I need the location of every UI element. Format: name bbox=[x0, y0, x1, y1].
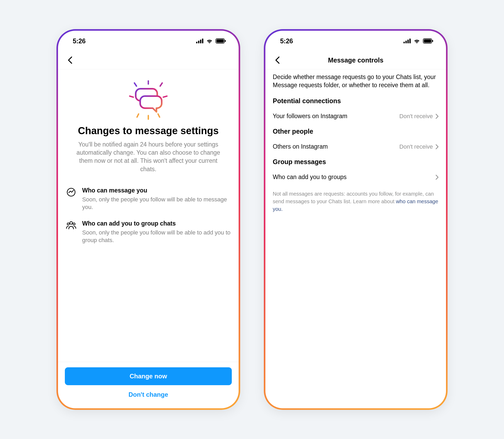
svg-line-10 bbox=[130, 96, 133, 97]
status-bar: 5:26 bbox=[265, 31, 446, 51]
status-bar: 5:26 bbox=[58, 31, 239, 51]
stage: 5:26 bbox=[46, 19, 458, 420]
page-title: Message controls bbox=[265, 56, 446, 64]
feature-title: Who can message you bbox=[82, 187, 231, 194]
cellular-icon bbox=[403, 39, 411, 43]
svg-point-18 bbox=[73, 223, 75, 225]
footer-note: Not all messages are requests: accounts … bbox=[273, 186, 439, 213]
setting-title: Your followers on Instagram bbox=[273, 113, 347, 120]
back-button[interactable] bbox=[272, 54, 283, 66]
setting-title: Who can add you to groups bbox=[273, 174, 346, 181]
svg-rect-3 bbox=[202, 39, 203, 43]
back-button[interactable] bbox=[64, 54, 76, 66]
phone-frame-1: 5:26 bbox=[56, 29, 240, 410]
status-bar-time: 5:26 bbox=[73, 37, 86, 45]
section-heading-groups: Group messages bbox=[273, 158, 439, 166]
wifi-icon bbox=[206, 38, 213, 44]
hero-description: You'll be notified again 24 hours before… bbox=[65, 140, 231, 173]
action-block: Change now Don't change bbox=[58, 362, 239, 408]
cellular-icon bbox=[196, 39, 203, 43]
hero-block: Changes to message settings You'll be no… bbox=[58, 69, 239, 173]
svg-rect-0 bbox=[196, 42, 197, 43]
messenger-icon bbox=[66, 187, 76, 211]
nav-bar: Message controls bbox=[265, 51, 446, 69]
svg-rect-1 bbox=[198, 41, 200, 43]
svg-line-14 bbox=[158, 114, 160, 117]
chevron-right-icon bbox=[435, 175, 439, 180]
battery-icon bbox=[216, 38, 226, 44]
svg-line-9 bbox=[160, 83, 162, 86]
setting-value: Don't receive bbox=[399, 143, 439, 150]
chevron-left-icon bbox=[275, 56, 280, 64]
svg-rect-25 bbox=[432, 40, 433, 42]
svg-rect-6 bbox=[225, 40, 226, 42]
setting-value bbox=[433, 175, 439, 180]
hero-title: Changes to message settings bbox=[65, 125, 231, 137]
intro-text: Decide whether message requests go to yo… bbox=[273, 73, 439, 89]
status-bar-time: 5:26 bbox=[280, 37, 293, 45]
phone-screen-2: 5:26 Message controls Decide whether mes… bbox=[265, 31, 446, 408]
setting-value: Don't receive bbox=[399, 113, 439, 120]
battery-icon bbox=[423, 38, 433, 44]
svg-line-7 bbox=[134, 83, 136, 86]
svg-line-11 bbox=[163, 96, 167, 97]
dont-change-button[interactable]: Don't change bbox=[65, 385, 232, 400]
change-now-button[interactable]: Change now bbox=[65, 367, 232, 385]
chevron-right-icon bbox=[435, 144, 439, 149]
chat-bubbles-icon bbox=[125, 80, 172, 120]
svg-rect-24 bbox=[424, 39, 431, 43]
svg-rect-2 bbox=[200, 40, 201, 43]
svg-rect-5 bbox=[217, 39, 224, 43]
setting-title: Others on Instagram bbox=[273, 143, 328, 150]
section-heading-potential: Potential connections bbox=[273, 97, 439, 105]
setting-value-text: Don't receive bbox=[399, 113, 433, 120]
nav-bar bbox=[58, 51, 239, 69]
svg-rect-19 bbox=[403, 42, 405, 43]
feature-body: Soon, only the people you follow will be… bbox=[82, 196, 231, 211]
phone-screen-1: 5:26 bbox=[58, 31, 239, 408]
setting-row-followers[interactable]: Your followers on Instagram Don't receiv… bbox=[273, 107, 439, 125]
svg-point-17 bbox=[67, 223, 69, 225]
chevron-right-icon bbox=[435, 114, 439, 119]
svg-line-12 bbox=[137, 114, 139, 117]
svg-rect-22 bbox=[410, 39, 411, 43]
feature-body: Soon, only the people you follow will be… bbox=[82, 229, 231, 244]
feature-row-groups: Who can add you to group chats Soon, onl… bbox=[66, 220, 231, 244]
feature-list: Who can message you Soon, only the peopl… bbox=[58, 173, 239, 253]
wifi-icon bbox=[413, 38, 420, 44]
settings-body: Decide whether message requests go to yo… bbox=[265, 69, 446, 213]
svg-point-16 bbox=[70, 222, 72, 224]
status-bar-icons bbox=[403, 38, 433, 44]
chevron-left-icon bbox=[67, 56, 73, 64]
feature-title: Who can add you to group chats bbox=[82, 220, 231, 227]
setting-row-groups[interactable]: Who can add you to groups bbox=[273, 168, 439, 186]
group-icon bbox=[66, 220, 76, 244]
setting-value-text: Don't receive bbox=[399, 143, 433, 150]
svg-rect-21 bbox=[407, 40, 409, 43]
section-heading-other: Other people bbox=[273, 128, 439, 135]
spacer bbox=[58, 253, 239, 362]
feature-row-message-you: Who can message you Soon, only the peopl… bbox=[66, 187, 231, 211]
svg-rect-20 bbox=[406, 41, 407, 43]
setting-row-others[interactable]: Others on Instagram Don't receive bbox=[273, 138, 439, 155]
status-bar-icons bbox=[196, 38, 226, 44]
phone-frame-2: 5:26 Message controls Decide whether mes… bbox=[264, 29, 448, 410]
